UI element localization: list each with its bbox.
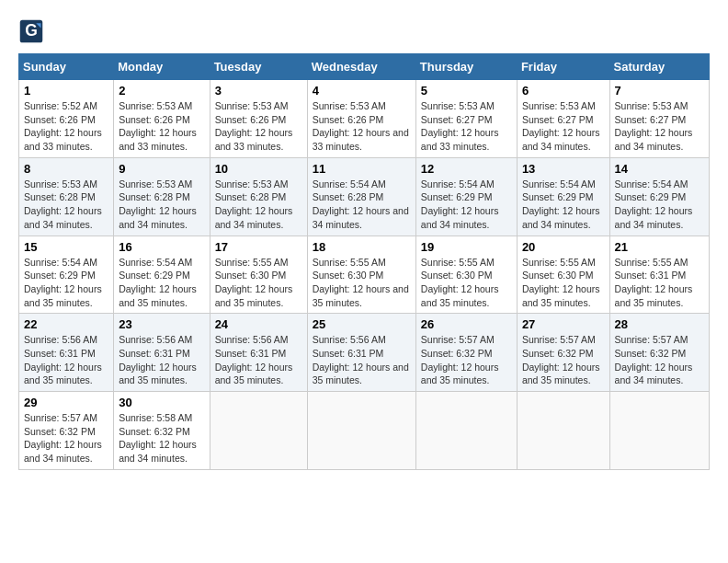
calendar-cell: 24 Sunrise: 5:56 AM Sunset: 6:31 PM Dayl…: [210, 314, 307, 392]
calendar-cell: 25 Sunrise: 5:56 AM Sunset: 6:31 PM Dayl…: [307, 314, 415, 392]
day-detail: Sunrise: 5:56 AM Sunset: 6:31 PM Dayligh…: [215, 333, 302, 387]
calendar-cell: 2 Sunrise: 5:53 AM Sunset: 6:26 PM Dayli…: [114, 80, 210, 158]
day-number: 29: [24, 396, 108, 409]
day-detail: Sunrise: 5:53 AM Sunset: 6:28 PM Dayligh…: [119, 178, 204, 232]
calendar-cell: 15 Sunrise: 5:54 AM Sunset: 6:29 PM Dayl…: [19, 236, 114, 314]
calendar-cell: 19 Sunrise: 5:55 AM Sunset: 6:30 PM Dayl…: [415, 236, 517, 314]
day-detail: Sunrise: 5:53 AM Sunset: 6:26 PM Dayligh…: [215, 99, 302, 154]
day-number: 14: [615, 162, 704, 176]
day-detail: Sunrise: 5:55 AM Sunset: 6:30 PM Dayligh…: [421, 256, 512, 310]
day-number: 11: [313, 162, 411, 176]
logo: G: [18, 18, 48, 44]
day-detail: Sunrise: 5:53 AM Sunset: 6:28 PM Dayligh…: [215, 178, 302, 232]
calendar-cell: 30 Sunrise: 5:58 AM Sunset: 6:32 PM Dayl…: [114, 392, 210, 470]
calendar-cell: 18 Sunrise: 5:55 AM Sunset: 6:30 PM Dayl…: [307, 236, 415, 314]
calendar-cell: 28 Sunrise: 5:57 AM Sunset: 6:32 PM Dayl…: [609, 314, 709, 392]
day-number: 18: [313, 240, 411, 254]
day-detail: Sunrise: 5:57 AM Sunset: 6:32 PM Dayligh…: [421, 333, 512, 387]
day-number: 19: [421, 240, 512, 254]
day-number: 7: [615, 84, 704, 98]
calendar-cell: 23 Sunrise: 5:56 AM Sunset: 6:31 PM Dayl…: [114, 314, 210, 392]
day-number: 25: [313, 317, 411, 331]
calendar-cell: 9 Sunrise: 5:53 AM Sunset: 6:28 PM Dayli…: [114, 157, 210, 236]
day-number: 12: [421, 162, 512, 176]
calendar-week-row: 22 Sunrise: 5:56 AM Sunset: 6:31 PM Dayl…: [19, 314, 710, 392]
day-number: 20: [522, 240, 605, 254]
weekday-header-thursday: Thursday: [415, 54, 517, 80]
day-number: 16: [119, 240, 204, 254]
day-number: 4: [313, 84, 411, 98]
calendar-cell: 5 Sunrise: 5:53 AM Sunset: 6:27 PM Dayli…: [415, 80, 517, 158]
calendar-cell: 22 Sunrise: 5:56 AM Sunset: 6:31 PM Dayl…: [19, 314, 114, 392]
day-detail: Sunrise: 5:56 AM Sunset: 6:31 PM Dayligh…: [24, 333, 108, 387]
day-detail: Sunrise: 5:56 AM Sunset: 6:31 PM Dayligh…: [313, 333, 411, 387]
calendar-header-row: SundayMondayTuesdayWednesdayThursdayFrid…: [19, 54, 710, 80]
day-number: 1: [24, 84, 108, 98]
day-number: 27: [522, 317, 605, 331]
calendar-cell: 11 Sunrise: 5:54 AM Sunset: 6:28 PM Dayl…: [307, 157, 415, 236]
day-detail: Sunrise: 5:53 AM Sunset: 6:28 PM Dayligh…: [24, 178, 108, 232]
day-detail: Sunrise: 5:54 AM Sunset: 6:29 PM Dayligh…: [421, 178, 512, 232]
day-detail: Sunrise: 5:57 AM Sunset: 6:32 PM Dayligh…: [615, 333, 704, 387]
calendar-cell: 10 Sunrise: 5:53 AM Sunset: 6:28 PM Dayl…: [210, 157, 307, 236]
calendar-week-row: 8 Sunrise: 5:53 AM Sunset: 6:28 PM Dayli…: [19, 157, 710, 236]
day-number: 3: [215, 84, 302, 98]
day-detail: Sunrise: 5:54 AM Sunset: 6:28 PM Dayligh…: [313, 178, 411, 232]
calendar-cell: [210, 392, 307, 470]
day-number: 17: [215, 240, 302, 254]
day-detail: Sunrise: 5:54 AM Sunset: 6:29 PM Dayligh…: [615, 178, 704, 232]
calendar-cell: 7 Sunrise: 5:53 AM Sunset: 6:27 PM Dayli…: [609, 80, 709, 158]
calendar-cell: 1 Sunrise: 5:52 AM Sunset: 6:26 PM Dayli…: [19, 80, 114, 158]
logo-icon: G: [18, 18, 44, 44]
day-number: 26: [421, 317, 512, 331]
calendar-week-row: 1 Sunrise: 5:52 AM Sunset: 6:26 PM Dayli…: [19, 80, 710, 158]
calendar-cell: 12 Sunrise: 5:54 AM Sunset: 6:29 PM Dayl…: [415, 157, 517, 236]
day-number: 8: [24, 162, 108, 176]
day-detail: Sunrise: 5:56 AM Sunset: 6:31 PM Dayligh…: [119, 333, 204, 387]
calendar-cell: 17 Sunrise: 5:55 AM Sunset: 6:30 PM Dayl…: [210, 236, 307, 314]
calendar-cell: [307, 392, 415, 470]
weekday-header-monday: Monday: [114, 54, 210, 80]
day-number: 10: [215, 162, 302, 176]
weekday-header-sunday: Sunday: [19, 54, 114, 80]
calendar-cell: 27 Sunrise: 5:57 AM Sunset: 6:32 PM Dayl…: [517, 314, 609, 392]
calendar-cell: 20 Sunrise: 5:55 AM Sunset: 6:30 PM Dayl…: [517, 236, 609, 314]
day-number: 2: [119, 84, 204, 98]
svg-text:G: G: [25, 21, 38, 40]
calendar-cell: 6 Sunrise: 5:53 AM Sunset: 6:27 PM Dayli…: [517, 80, 609, 158]
page-header: G: [18, 18, 710, 44]
day-detail: Sunrise: 5:53 AM Sunset: 6:27 PM Dayligh…: [522, 99, 605, 154]
weekday-header-friday: Friday: [517, 54, 609, 80]
day-number: 6: [522, 84, 605, 98]
day-detail: Sunrise: 5:57 AM Sunset: 6:32 PM Dayligh…: [24, 411, 108, 465]
calendar-cell: 29 Sunrise: 5:57 AM Sunset: 6:32 PM Dayl…: [19, 392, 114, 470]
day-number: 24: [215, 317, 302, 331]
calendar-cell: [517, 392, 609, 470]
day-detail: Sunrise: 5:53 AM Sunset: 6:26 PM Dayligh…: [119, 99, 204, 154]
calendar-cell: 4 Sunrise: 5:53 AM Sunset: 6:26 PM Dayli…: [307, 80, 415, 158]
day-detail: Sunrise: 5:54 AM Sunset: 6:29 PM Dayligh…: [24, 256, 108, 310]
day-detail: Sunrise: 5:53 AM Sunset: 6:27 PM Dayligh…: [615, 99, 704, 154]
calendar-cell: 21 Sunrise: 5:55 AM Sunset: 6:31 PM Dayl…: [609, 236, 709, 314]
calendar-cell: 13 Sunrise: 5:54 AM Sunset: 6:29 PM Dayl…: [517, 157, 609, 236]
day-number: 28: [615, 317, 704, 331]
calendar-cell: 8 Sunrise: 5:53 AM Sunset: 6:28 PM Dayli…: [19, 157, 114, 236]
weekday-header-saturday: Saturday: [609, 54, 709, 80]
day-number: 9: [119, 162, 204, 176]
calendar-week-row: 15 Sunrise: 5:54 AM Sunset: 6:29 PM Dayl…: [19, 236, 710, 314]
day-number: 30: [119, 396, 204, 409]
calendar-cell: 16 Sunrise: 5:54 AM Sunset: 6:29 PM Dayl…: [114, 236, 210, 314]
calendar-cell: [609, 392, 709, 470]
day-detail: Sunrise: 5:54 AM Sunset: 6:29 PM Dayligh…: [522, 178, 605, 232]
day-detail: Sunrise: 5:55 AM Sunset: 6:30 PM Dayligh…: [522, 256, 605, 310]
day-number: 22: [24, 317, 108, 331]
calendar-week-row: 29 Sunrise: 5:57 AM Sunset: 6:32 PM Dayl…: [19, 392, 710, 470]
day-detail: Sunrise: 5:52 AM Sunset: 6:26 PM Dayligh…: [24, 99, 108, 154]
day-number: 23: [119, 317, 204, 331]
day-detail: Sunrise: 5:53 AM Sunset: 6:26 PM Dayligh…: [313, 99, 411, 154]
day-detail: Sunrise: 5:54 AM Sunset: 6:29 PM Dayligh…: [119, 256, 204, 310]
calendar-cell: 3 Sunrise: 5:53 AM Sunset: 6:26 PM Dayli…: [210, 80, 307, 158]
day-detail: Sunrise: 5:55 AM Sunset: 6:30 PM Dayligh…: [215, 256, 302, 310]
day-number: 21: [615, 240, 704, 254]
day-detail: Sunrise: 5:57 AM Sunset: 6:32 PM Dayligh…: [522, 333, 605, 387]
